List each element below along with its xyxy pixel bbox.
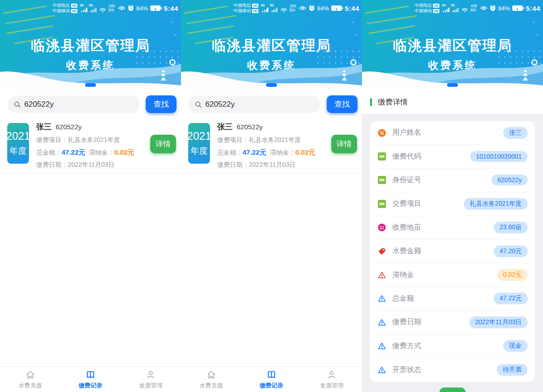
signal-icons: 4G 5G [443,4,468,12]
signal-icons: 4G 5G [81,4,106,12]
tab-payment-records[interactable]: 缴费记录 [60,367,120,392]
detail-value-pill: 张三 [503,127,528,139]
user-name: 张三 [217,122,233,132]
tab-invoice-management[interactable]: 发票管理 [121,367,181,392]
detail-value-pill: 待开票 [497,364,528,376]
user-name: 张三 [36,122,52,132]
detail-value-pill: 47.22元 [494,293,528,304]
wifi-icon [462,8,468,12]
carrier-labels: 中国电信HD 中国移动HD [52,3,77,14]
person-icon [145,369,156,380]
battery-icon [512,5,523,11]
signal-icons: 4G 5G [262,4,287,12]
section-title: 缴费详情 [378,97,408,107]
tab-water-recharge[interactable]: 水费充值 [181,367,241,392]
year-badge: 2021 年度 [7,123,29,164]
detail-card: 用户姓名 张三 缴费代码 1010010020001 身份证号 620522y … [370,121,535,382]
warning-red-icon [377,270,386,279]
detail-value-pill: 0.02元 [497,269,528,281]
year-badge: 2021 年度 [188,123,210,164]
circle-deco-icon [531,59,538,66]
idcard-icon [377,152,386,161]
year-number: 2021 [6,130,30,142]
detail-row-project: 交费项目 礼县水务2021年度 [377,192,528,216]
find-button[interactable]: 查找 [327,95,357,113]
year-suffix: 年度 [191,145,208,157]
wifi-icon [100,8,106,12]
battery-icon [150,5,161,11]
detail-row-water-fee: 水费金额 47.20元 [377,240,528,263]
app-header: ＋ ＋ 中国电信HD 中国移动HD 4G 5G 186B/s 84% 5:44 … [0,0,181,90]
clock-time: 5:44 [526,5,540,12]
detail-row-area: 收费地亩 23.60亩 [377,216,528,240]
section-header: 缴费详情 [362,90,543,114]
section-accent-bar [370,98,372,106]
search-input[interactable] [205,100,314,109]
deco-line [186,15,236,24]
project-value: 礼县水务2021年度 [68,136,120,143]
detail-button[interactable]: 详情 [331,135,357,153]
hd-badge: HD [71,4,77,8]
header-pill [447,83,458,87]
signal-4g-icon: 4G [262,4,268,12]
tab-payment-records[interactable]: 缴费记录 [241,367,301,392]
tab-invoice-management[interactable]: 发票管理 [302,367,362,392]
bottom-nav: 水费充值 缴费记录 发票管理 [0,366,181,392]
network-speed: 186B/s [109,4,115,13]
detail-background: 用户姓名 张三 缴费代码 1010010020001 身份证号 620522y … [362,114,543,392]
total-amount: 47.22元 [62,148,86,156]
warning-blue-icon [377,294,386,303]
network-speed: 186B/s [290,4,296,13]
search-input-wrap[interactable] [7,96,139,113]
detail-button[interactable]: 详情 [150,135,176,153]
circle-deco-icon [350,59,357,66]
warning-blue-icon [377,365,386,374]
plus-deco-icon: ＋ [531,19,536,25]
detail-value-pill: 现金 [503,340,528,352]
home-icon [25,369,36,380]
search-icon [195,100,201,108]
clock-time: 5:44 [345,5,359,12]
find-button[interactable]: 查找 [146,95,176,113]
deco-line [368,25,415,34]
app-title: 临洮县灌区管理局 [181,36,362,55]
tab-water-recharge[interactable]: 水费充值 [0,367,60,392]
plus-deco-icon: ＋ [169,19,174,25]
screen-search-left: ＋ ＋ 中国电信HD 中国移动HD 4G 5G 186B/s 84% 5:44 … [0,0,181,392]
payment-record-card: 2021 年度 张三 620522y 缴费项目：礼县水务2021年度 总金额：4… [181,121,362,169]
signal-5g-icon: 5G [452,4,458,12]
carrier-labels: 中国电信HD 中国移动HD [414,3,439,14]
eye-icon [299,6,306,10]
hd-badge: HD [433,9,439,13]
year-number: 2021 [187,130,211,142]
warning-blue-icon [377,318,386,327]
signal-5g-icon: 5G [90,4,96,12]
hd-badge: HD [252,9,258,13]
price-tag-icon [377,247,386,256]
carrier-labels: 中国电信HD 中国移动HD [233,3,258,14]
pay-date: 2022年11月03日 [249,161,295,168]
confirm-button-partial[interactable] [439,387,466,392]
smiley-icon [377,223,386,232]
search-input[interactable] [24,100,133,109]
search-icon [14,100,20,108]
alarm-icon [128,5,134,11]
search-input-wrap[interactable] [188,96,320,113]
battery-percent: 84% [136,5,148,12]
book-icon [266,369,277,380]
screen-search-middle: ＋ ＋ 中国电信HD 中国移动HD 4G 5G 186B/s 84% 5:44 … [181,0,362,392]
year-suffix: 年度 [10,145,27,157]
detail-value-pill: 23.60亩 [494,222,528,233]
detail-row-invoice-status: 开票状态 待开票 [377,358,528,382]
search-row: 查找 [181,90,362,113]
person-icon [326,369,337,380]
header-pill [266,83,277,87]
alarm-icon [309,5,315,11]
eye-icon [480,6,487,10]
user-id: 620522y [237,123,263,131]
status-bar: 中国电信HD 中国移动HD 4G 5G 458B/s 84% 5:44 [362,3,543,14]
signal-5g-icon: 5G [272,4,277,12]
detail-value-pill: 1010010020001 [470,151,528,162]
status-bar: 中国电信HD 中国移动HD 4G 5G 186B/s 84% 5:44 [181,3,362,14]
app-title: 临洮县灌区管理局 [0,36,181,55]
